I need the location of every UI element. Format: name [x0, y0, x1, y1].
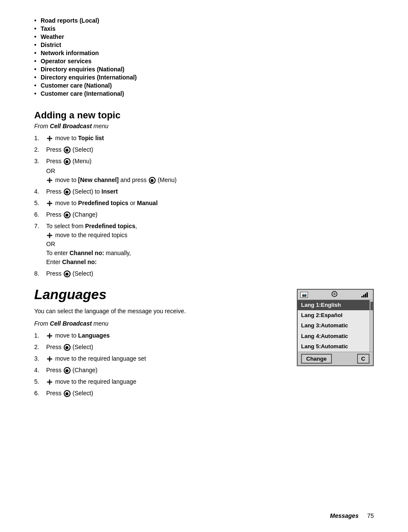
status-right-icons	[361, 292, 370, 298]
svg-marker-27	[47, 358, 48, 360]
svg-marker-2	[47, 138, 48, 139]
languages-heading: Languages	[34, 287, 284, 303]
cd-icon	[331, 291, 338, 297]
bullet-list: Road reports (Local) Taxis Weather Distr…	[34, 17, 374, 97]
footer-section-label: Messages	[330, 512, 358, 519]
svg-point-4	[49, 138, 51, 140]
phone-menu-item-1: Lang 1:English	[298, 300, 370, 310]
select-button-icon-2	[64, 188, 71, 195]
svg-marker-26	[49, 360, 50, 362]
phone-menu-item-5: Lang 5:Automatic	[298, 341, 370, 352]
svg-marker-12	[47, 203, 48, 204]
status-left-icon: 📷	[300, 292, 308, 298]
list-item: Directory enquiries (National)	[34, 66, 374, 73]
svg-marker-31	[49, 383, 50, 385]
page-footer: Messages 75	[330, 512, 374, 519]
svg-marker-21	[49, 337, 50, 339]
phone-menu-item-4: Lang 4:Automatic	[298, 331, 370, 341]
phone-change-button[interactable]: Change	[301, 354, 332, 364]
lang-step-3: 3. move to the required language set	[34, 354, 284, 363]
phone-menu-item-2: Lang 2:Español	[298, 310, 370, 320]
svg-marker-8	[51, 179, 53, 181]
svg-marker-33	[51, 381, 53, 383]
phone-scrollbar	[370, 300, 373, 352]
step-5: 5. move to Predefined topics or Manual	[34, 199, 374, 208]
status-middle-icon	[331, 291, 338, 298]
or-label: OR	[46, 168, 55, 174]
list-item: Customer care (National)	[34, 82, 374, 89]
svg-point-14	[49, 203, 51, 205]
svg-marker-22	[47, 335, 48, 337]
joystick-icon-lang-1	[46, 332, 53, 339]
joystick-icon	[46, 135, 53, 142]
adding-heading: Adding a new topic	[34, 110, 374, 121]
svg-point-24	[49, 335, 51, 337]
change-button-icon	[64, 212, 71, 218]
svg-marker-16	[49, 237, 50, 238]
svg-marker-20	[49, 333, 50, 335]
step-2: 2. Press (Select)	[34, 145, 374, 154]
phone-status-bar: 📷	[298, 290, 373, 300]
list-item: Network information	[34, 50, 374, 56]
select-btn-lang-2	[64, 344, 71, 351]
step-7: 7. To select from Predefined topics,	[34, 222, 374, 267]
list-item: Customer care (International)	[34, 90, 374, 97]
lang-step-2: 2. Press (Select)	[34, 343, 284, 352]
list-item: Operator services	[34, 58, 374, 65]
languages-description: You can select the language of the messa…	[34, 307, 284, 316]
joystick-icon-lang-5	[46, 379, 53, 385]
list-item: Weather	[34, 33, 374, 40]
step-8: 8. Press (Select)	[34, 269, 374, 278]
list-item: Road reports (Local)	[34, 17, 374, 24]
svg-marker-3	[51, 138, 53, 139]
svg-marker-30	[49, 379, 50, 381]
svg-point-35	[332, 291, 337, 297]
step-6: 6. Press (Change)	[34, 210, 374, 219]
joystick-icon-4	[46, 232, 53, 239]
svg-marker-6	[49, 182, 50, 183]
step-4: 4. Press (Select) to Insert	[34, 187, 374, 196]
list-item: Directory enquiries (International)	[34, 74, 374, 81]
step-3: 3. Press (Menu) OR	[34, 157, 374, 185]
svg-point-36	[334, 293, 335, 295]
svg-marker-23	[51, 335, 53, 337]
select-button-icon-3	[64, 270, 71, 277]
phone-bottom-bar: Change C	[298, 352, 373, 365]
lang-step-1: 1. move to Languages	[34, 331, 284, 340]
svg-point-34	[49, 381, 51, 383]
select-button-icon	[64, 147, 71, 153]
svg-rect-40	[367, 292, 368, 297]
svg-marker-28	[51, 358, 53, 360]
lang-step-4: 4. Press (Change)	[34, 366, 284, 375]
phone-menu-item-3: Lang 3:Automatic	[298, 320, 370, 331]
languages-section: Languages You can select the language of…	[34, 287, 374, 406]
list-item: District	[34, 41, 374, 48]
page-content: Road reports (Local) Taxis Weather Distr…	[0, 0, 408, 432]
menu-button-icon-2	[149, 177, 156, 184]
lang-step-6: 6. Press (Select)	[34, 389, 284, 398]
svg-rect-39	[365, 294, 366, 297]
phone-screen: 📷	[297, 289, 374, 366]
languages-text: Languages You can select the language of…	[34, 287, 284, 406]
change-btn-lang-4	[64, 367, 71, 374]
svg-rect-38	[363, 295, 364, 297]
svg-marker-15	[49, 232, 50, 234]
menu-button-icon	[64, 158, 71, 165]
svg-marker-1	[49, 140, 50, 141]
languages-steps: 1. move to Languages	[34, 331, 284, 398]
phone-scrollbar-thumb	[370, 302, 373, 310]
adding-from-line: From Cell Broadcast menu	[34, 123, 374, 129]
svg-marker-25	[49, 356, 50, 358]
phone-menu-list: Lang 1:English Lang 2:Español Lang 3:Aut…	[298, 300, 370, 352]
joystick-icon-3	[46, 200, 53, 207]
svg-rect-37	[361, 296, 363, 297]
phone-c-button[interactable]: C	[357, 354, 370, 364]
svg-marker-18	[51, 235, 53, 236]
svg-marker-13	[51, 203, 53, 204]
camera-icon: 📷	[300, 292, 308, 298]
signal-icon	[361, 292, 370, 298]
svg-point-19	[49, 235, 51, 237]
adding-steps: 1. move to Topic list	[34, 134, 374, 278]
phone-menu-wrapper: Lang 1:English Lang 2:Español Lang 3:Aut…	[298, 300, 373, 352]
svg-marker-0	[49, 135, 50, 137]
